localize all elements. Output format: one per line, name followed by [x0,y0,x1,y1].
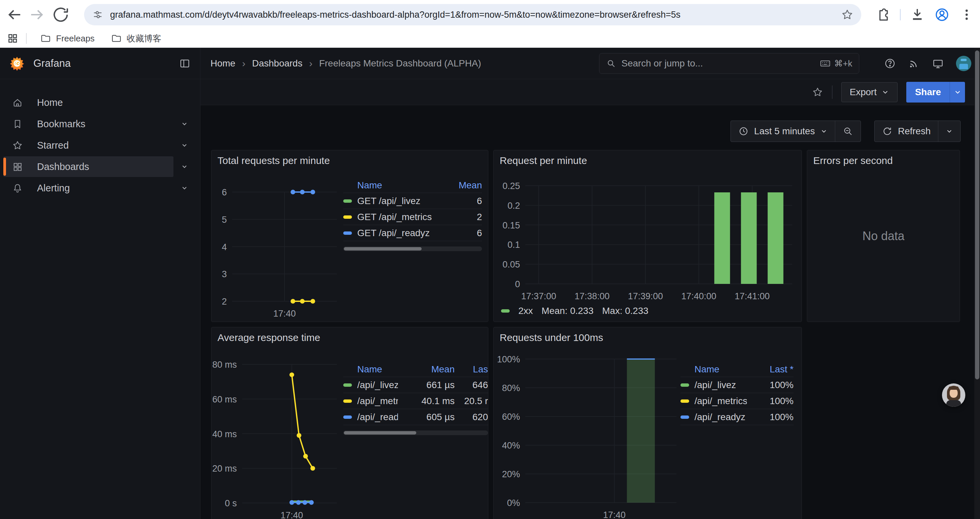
legend-row[interactable]: GET /api/_metrics2 [343,209,482,225]
area-chart[interactable]: 100%80%60%40%20%0%17:40 [494,327,681,519]
site-info-icon[interactable] [92,9,103,21]
legend-scrollbar[interactable] [343,246,482,251]
panel-title[interactable]: Request per minute [500,155,587,166]
legend-scrollbar[interactable] [343,431,488,435]
search-shortcut: ⌘+k [819,58,852,69]
apps-grid-icon[interactable] [7,32,19,45]
svg-text:0.2: 0.2 [508,201,520,211]
panel-title[interactable]: Total requests per minute [218,155,330,166]
legend-row[interactable]: /api/_readyz100% [681,409,794,425]
scrollbar-thumb[interactable] [975,50,979,379]
panel-title[interactable]: Errors per second [813,155,892,166]
share-menu-chevron-icon[interactable] [950,82,965,102]
collapse-sidebar-icon[interactable] [179,57,191,69]
sidebar-item-alerting[interactable]: Alerting [0,177,200,199]
browser-menu-icon[interactable] [959,7,975,23]
extensions-icon[interactable] [875,7,891,23]
bookmark-folder-freeleaps[interactable]: Freeleaps [34,31,101,46]
share-button-group: Share [906,82,965,102]
legend-row[interactable]: /api/_livez661 µs646 [343,377,488,393]
help-icon[interactable] [884,57,896,69]
svg-text:17:39:00: 17:39:00 [628,291,663,301]
legend-row[interactable]: GET /api/_livez6 [343,193,482,209]
profile-icon[interactable] [934,7,950,23]
search-icon [606,58,616,69]
page-scrollbar[interactable] [974,48,980,519]
downloads-icon[interactable] [909,7,925,23]
legend-column-header[interactable]: Name [681,364,747,375]
svg-text:60 ms: 60 ms [212,394,237,404]
legend-column-header[interactable]: Last * [747,364,794,375]
legend-row[interactable]: /api/_metrics40.1 ms20.5 r [343,393,488,409]
legend-row[interactable]: /api/_metrics100% [681,393,794,409]
breadcrumb-home[interactable]: Home [210,58,235,69]
timeseries-chart[interactable]: 6543217:40 [212,150,342,322]
zoom-out-icon [843,126,853,137]
refresh-interval-chevron[interactable] [938,121,960,142]
series-color-pill [343,232,352,235]
zoom-out-button[interactable] [835,121,861,142]
news-rss-icon[interactable] [908,57,920,69]
chevron-down-icon[interactable] [180,120,189,128]
bar-chart[interactable]: 0.250.20.150.10.05017:37:0017:38:0017:39… [494,150,802,322]
legend-column-header[interactable]: Name [343,180,442,191]
chevron-down-icon[interactable] [180,184,189,192]
chevron-down-icon [820,128,827,135]
panel-title[interactable]: Requests under 100ms [500,332,603,343]
dashboard-canvas: Last 5 minutes Refresh [200,105,980,519]
legend-row[interactable]: 2xx Mean: 0.233 Max: 0.233 [501,306,648,316]
svg-text:17:37:00: 17:37:00 [521,291,556,301]
bookmark-star-icon[interactable] [841,9,853,21]
chevron-down-icon [881,88,889,96]
sidebar-item-starred[interactable]: Starred [0,134,200,156]
dashboard-toolbar: Export Share [200,79,980,105]
time-controls: Last 5 minutes Refresh [730,121,961,142]
series-color-pill [681,383,689,387]
forward-icon[interactable] [28,5,47,24]
series-color-pill [343,399,352,403]
chevron-down-icon[interactable] [180,162,189,171]
refresh-icon [882,126,892,137]
panel-title[interactable]: Average response time [218,332,320,343]
bookmark-label: Freeleaps [56,34,95,44]
svg-text:5: 5 [222,215,227,225]
export-button[interactable]: Export [841,82,897,102]
legend-row[interactable]: /api/_livez100% [681,377,794,393]
reload-icon[interactable] [51,5,70,24]
legend-column-header[interactable]: Mean [442,180,482,191]
bell-icon [12,183,23,194]
back-icon[interactable] [5,5,23,24]
svg-text:17:41:00: 17:41:00 [735,291,770,301]
legend-column-header[interactable]: Name [343,364,398,375]
legend-row[interactable]: /api/_readyz605 µs620 [343,409,488,425]
svg-text:0.25: 0.25 [502,181,520,191]
share-button[interactable]: Share [906,82,950,102]
breadcrumb-dashboards[interactable]: Dashboards [252,58,302,69]
refresh-button[interactable]: Refresh [875,121,938,142]
url-text[interactable]: grafana.mathmast.com/d/deytv4rwavabkb/fr… [110,10,835,20]
brand-name[interactable]: Grafana [33,57,71,69]
sidebar-item-dashboards[interactable]: Dashboards [0,156,200,177]
svg-text:0%: 0% [507,498,520,508]
search-input[interactable]: Search or jump to... ⌘+k [599,53,859,74]
svg-text:80 ms: 80 ms [212,360,237,370]
main-area: Home › Dashboards › Freeleaps Metrics Da… [200,48,980,519]
legend-column-header[interactable]: Las [455,364,488,375]
user-avatar[interactable] [956,56,971,71]
legend-row[interactable]: GET /api/_readyz6 [343,225,482,241]
screen-share-icon[interactable] [932,57,944,69]
legend-column-header[interactable]: Mean [398,364,455,375]
svg-text:20%: 20% [502,469,520,479]
time-range-picker[interactable]: Last 5 minutes [731,121,835,142]
favorite-star-icon[interactable] [812,86,823,98]
chevron-down-icon[interactable] [180,141,189,150]
breadcrumb-current: Freeleaps Metrics Dashboard (ALPHA) [319,58,481,69]
grafana-logo-icon[interactable] [10,56,25,71]
sidebar-item-bookmarks[interactable]: Bookmarks [0,113,200,134]
bookmark-folder-blogs[interactable]: 收藏博客 [105,31,167,46]
sidebar-item-home[interactable]: Home [0,92,200,113]
address-bar[interactable]: grafana.mathmast.com/d/deytv4rwavabkb/fr… [84,4,861,26]
assistant-avatar[interactable] [942,383,965,407]
timeseries-chart[interactable]: 80 ms60 ms40 ms20 ms0 s17:40 [212,327,342,519]
sidebar: Grafana Home Bookmarks [0,48,200,519]
